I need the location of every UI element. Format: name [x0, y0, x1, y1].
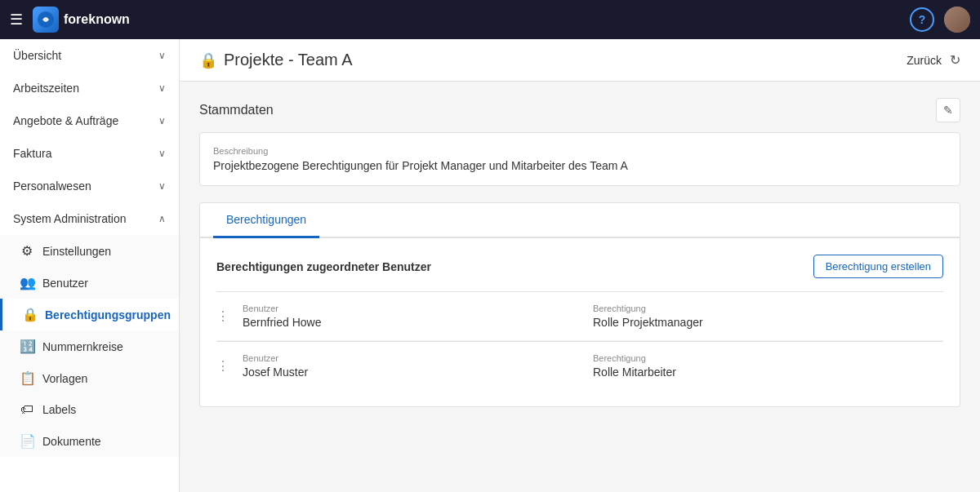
- stammdaten-section-header: Stammdaten ✎: [199, 98, 960, 122]
- tab-berechtigungen[interactable]: Berechtigungen: [213, 203, 319, 238]
- sidebar-item-vorlagen[interactable]: 📋 Vorlagen: [0, 362, 179, 394]
- user-value-1: Bernfried Howe: [243, 316, 593, 329]
- page-header: 🔒 Projekte - Team A Zurück ↻: [180, 39, 980, 82]
- permissions-card: Berechtigungen zugeordneter Benutzer Ber…: [199, 238, 960, 407]
- perm-block-2: Berechtigung Rolle Mitarbeiter: [593, 353, 943, 379]
- sidebar-item-einstellungen[interactable]: ⚙ Einstellungen: [0, 235, 179, 267]
- sidebar-item-label-system: System Administration: [13, 212, 127, 225]
- sidebar-item-personalwesen[interactable]: Personalwesen ∨: [0, 170, 179, 202]
- perm-block-1: Berechtigung Rolle Projektmanager: [593, 304, 943, 329]
- sidebar-item-label-arbeitszeiten: Arbeitszeiten: [13, 82, 79, 95]
- menu-hamburger-icon[interactable]: ☰: [10, 11, 23, 29]
- template-icon: 📋: [20, 370, 34, 386]
- sidebar-sub-label-benutzer: Benutzer: [42, 277, 88, 290]
- perm-label-2: Berechtigung: [593, 353, 943, 363]
- content-area: Stammdaten ✎ Beschreibung Projektbezogen…: [180, 82, 980, 492]
- avatar[interactable]: [944, 7, 970, 33]
- back-button[interactable]: Zurück: [906, 54, 942, 67]
- sidebar-sub-label-dokumente: Dokumente: [42, 435, 101, 448]
- user-label-2: Benutzer: [243, 353, 593, 363]
- beschreibung-value: Projektbezogene Berechtigungen für Proje…: [213, 159, 947, 172]
- number-icon: 🔢: [20, 339, 34, 354]
- sidebar-sub-label-vorlagen: Vorlagen: [42, 372, 87, 385]
- page-title-row: 🔒 Projekte - Team A: [199, 51, 352, 69]
- user-block-1: Benutzer Bernfried Howe: [243, 304, 593, 329]
- sidebar-item-benutzer[interactable]: 👥 Benutzer: [0, 267, 179, 299]
- brand-name: foreknown: [64, 12, 130, 27]
- perm-value-2: Rolle Mitarbeiter: [593, 366, 943, 379]
- page-lock-icon: 🔒: [199, 51, 217, 69]
- label-icon: 🏷: [20, 402, 34, 417]
- lock-icon: 🔒: [22, 307, 37, 322]
- row-menu-icon[interactable]: ⋮: [216, 308, 236, 324]
- sidebar-item-arbeitszeiten[interactable]: Arbeitszeiten ∨: [0, 72, 179, 104]
- user-value-2: Josef Muster: [243, 366, 593, 379]
- sidebar-item-ubersicht[interactable]: Übersicht ∨: [0, 39, 179, 72]
- sidebar-item-label-angebote: Angebote & Aufträge: [13, 114, 118, 127]
- beschreibung-field: Beschreibung Projektbezogene Berechtigun…: [213, 146, 947, 172]
- sidebar-item-label-faktura: Faktura: [13, 147, 51, 160]
- page-title: Projekte - Team A: [224, 51, 352, 69]
- sidebar-item-angebote[interactable]: Angebote & Aufträge ∨: [0, 104, 179, 137]
- chevron-down-icon: ∨: [158, 115, 166, 126]
- create-permission-button[interactable]: Berechtigung erstellen: [813, 255, 943, 278]
- sidebar-sub-label-nummernkreise: Nummernkreise: [42, 340, 123, 353]
- help-button[interactable]: ?: [910, 7, 934, 32]
- document-icon: 📄: [20, 433, 34, 449]
- gear-icon: ⚙: [20, 243, 34, 259]
- topbar-left: ☰ foreknown: [10, 7, 130, 33]
- brand-svg: [37, 11, 55, 29]
- stammdaten-card: Beschreibung Projektbezogene Berechtigun…: [199, 132, 960, 186]
- table-row: ⋮ Benutzer Josef Muster Berechtigung Rol…: [216, 342, 943, 390]
- users-icon: 👥: [20, 275, 34, 290]
- refresh-button[interactable]: ↻: [950, 52, 960, 68]
- tabs-bar: Berechtigungen: [199, 202, 960, 238]
- avatar-image: [944, 7, 970, 33]
- user-block-2: Benutzer Josef Muster: [243, 353, 593, 379]
- sidebar-item-berechtigungsgruppen[interactable]: 🔒 Berechtigungsgruppen: [0, 299, 179, 330]
- row-menu-icon[interactable]: ⋮: [216, 358, 236, 374]
- sidebar: Übersicht ∨ Arbeitszeiten ∨ Angebote & A…: [0, 39, 180, 492]
- chevron-down-icon: ∨: [158, 180, 166, 192]
- permissions-section-title: Berechtigungen zugeordneter Benutzer: [216, 260, 431, 273]
- chevron-down-icon: ∨: [158, 50, 166, 61]
- sidebar-item-system[interactable]: System Administration ∧: [0, 202, 179, 235]
- user-label-1: Benutzer: [243, 304, 593, 313]
- sidebar-sub-system: ⚙ Einstellungen 👥 Benutzer 🔒 Berechtigun…: [0, 235, 179, 457]
- sidebar-item-label-personalwesen: Personalwesen: [13, 180, 91, 193]
- topbar: ☰ foreknown ?: [0, 0, 980, 39]
- layout: Übersicht ∨ Arbeitszeiten ∨ Angebote & A…: [0, 39, 980, 492]
- sidebar-item-label-ubersicht: Übersicht: [13, 49, 61, 62]
- permissions-header: Berechtigungen zugeordneter Benutzer Ber…: [216, 255, 943, 278]
- brand-icon: [33, 7, 59, 33]
- sidebar-sub-label-einstellungen: Einstellungen: [42, 245, 111, 258]
- table-row: ⋮ Benutzer Bernfried Howe Berechtigung R…: [216, 292, 943, 341]
- sidebar-sub-label-berechtigungsgruppen: Berechtigungsgruppen: [45, 308, 171, 321]
- chevron-up-icon: ∧: [158, 213, 166, 224]
- sidebar-item-labels[interactable]: 🏷 Labels: [0, 394, 179, 425]
- perm-label-1: Berechtigung: [593, 304, 943, 313]
- chevron-down-icon: ∨: [158, 148, 166, 159]
- topbar-right: ?: [910, 7, 970, 33]
- chevron-down-icon: ∨: [158, 82, 166, 94]
- sidebar-sub-label-labels: Labels: [42, 403, 76, 416]
- perm-value-1: Rolle Projektmanager: [593, 316, 943, 329]
- stammdaten-title: Stammdaten: [199, 103, 274, 117]
- sidebar-item-faktura[interactable]: Faktura ∨: [0, 137, 179, 170]
- sidebar-item-nummernkreise[interactable]: 🔢 Nummernkreise: [0, 330, 179, 362]
- page-actions: Zurück ↻: [906, 52, 960, 68]
- edit-button[interactable]: ✎: [936, 98, 960, 122]
- main-content: 🔒 Projekte - Team A Zurück ↻ Stammdaten …: [180, 39, 980, 492]
- brand-logo: foreknown: [33, 7, 130, 33]
- sidebar-item-dokumente[interactable]: 📄 Dokumente: [0, 425, 179, 457]
- beschreibung-label: Beschreibung: [213, 146, 947, 156]
